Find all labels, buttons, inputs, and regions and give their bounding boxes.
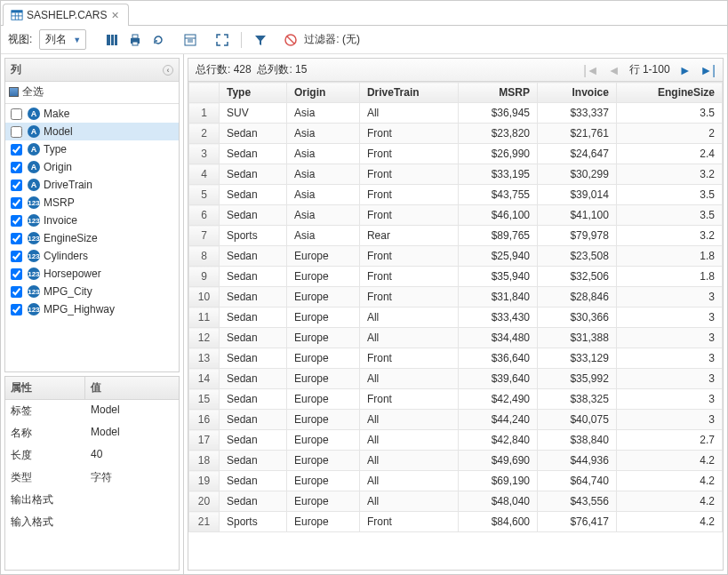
table-row[interactable]: 20SedanEuropeAll$48,040$43,5564.2 xyxy=(189,491,723,512)
table-row[interactable]: 11SedanEuropeAll$33,430$30,3663 xyxy=(189,307,723,328)
cell[interactable]: All xyxy=(359,491,458,512)
column-item[interactable]: DriveTrain xyxy=(5,176,179,194)
column-checkbox[interactable] xyxy=(11,215,22,227)
cell[interactable]: $33,129 xyxy=(538,348,617,369)
cell[interactable]: Europe xyxy=(287,512,360,532)
cell[interactable]: Sedan xyxy=(220,471,287,491)
cell[interactable]: 3 xyxy=(616,369,722,389)
cell[interactable]: 2.4 xyxy=(616,144,722,164)
cell[interactable]: Front xyxy=(359,185,458,205)
cell[interactable]: 1.8 xyxy=(616,246,722,267)
cell[interactable]: Sedan xyxy=(220,144,287,164)
cell[interactable]: $33,430 xyxy=(459,307,538,328)
close-icon[interactable]: ✕ xyxy=(111,10,119,21)
row-number[interactable]: 10 xyxy=(189,287,220,307)
first-page-icon[interactable]: |◄ xyxy=(583,63,599,77)
cell[interactable]: 3 xyxy=(616,307,722,328)
cell[interactable]: Front xyxy=(359,287,458,307)
cell[interactable]: All xyxy=(359,307,458,328)
column-item[interactable]: Cylinders xyxy=(5,247,179,265)
cell[interactable]: $23,820 xyxy=(459,124,538,144)
column-item[interactable]: Invoice xyxy=(5,212,179,229)
cell[interactable]: Europe xyxy=(287,389,360,410)
cell[interactable]: Sedan xyxy=(220,369,287,389)
column-checkbox[interactable] xyxy=(11,144,22,156)
column-checkbox[interactable] xyxy=(11,180,22,191)
table-row[interactable]: 17SedanEuropeAll$42,840$38,8402.7 xyxy=(189,430,723,451)
cell[interactable]: Asia xyxy=(287,185,360,205)
cell[interactable]: 3.5 xyxy=(616,205,722,226)
cell[interactable]: $35,940 xyxy=(459,267,538,287)
print-icon[interactable] xyxy=(125,30,145,50)
cell[interactable]: Asia xyxy=(287,164,360,185)
cell[interactable]: $31,840 xyxy=(459,287,538,307)
cell[interactable]: $39,640 xyxy=(459,369,538,389)
cell[interactable]: $35,992 xyxy=(538,369,617,389)
cell[interactable]: Front xyxy=(359,164,458,185)
columns-list[interactable]: 全选MakeModelTypeOriginDriveTrainMSRPInvoi… xyxy=(5,82,179,371)
cell[interactable]: 2 xyxy=(616,124,722,144)
cell[interactable]: Europe xyxy=(287,287,360,307)
select-all-row[interactable]: 全选 xyxy=(5,82,179,104)
cell[interactable]: Sedan xyxy=(220,267,287,287)
cell[interactable]: Asia xyxy=(287,124,360,144)
cell[interactable]: Front xyxy=(359,246,458,267)
column-item[interactable]: Type xyxy=(5,140,179,158)
row-number[interactable]: 21 xyxy=(189,512,220,532)
cell[interactable]: Sedan xyxy=(220,124,287,144)
cell[interactable]: All xyxy=(359,103,458,124)
table-row[interactable]: 7SportsAsiaRear$89,765$79,9783.2 xyxy=(189,226,723,246)
table-row[interactable]: 6SedanAsiaFront$46,100$41,1003.5 xyxy=(189,205,723,226)
table-row[interactable]: 8SedanEuropeFront$25,940$23,5081.8 xyxy=(189,246,723,267)
column-item[interactable]: MSRP xyxy=(5,194,179,212)
cell[interactable]: 3 xyxy=(616,287,722,307)
cell[interactable]: Sports xyxy=(220,226,287,246)
cell[interactable]: Sedan xyxy=(220,307,287,328)
cell[interactable]: 3.5 xyxy=(616,103,722,124)
column-checkbox[interactable] xyxy=(11,251,22,262)
view-select[interactable]: 列名 ▼ xyxy=(39,29,86,50)
cell[interactable]: $38,840 xyxy=(538,430,617,451)
column-item[interactable]: MPG_Highway xyxy=(5,300,179,318)
table-row[interactable]: 12SedanEuropeAll$34,480$31,3883 xyxy=(189,328,723,348)
prev-page-icon[interactable]: ◄ xyxy=(608,63,620,77)
column-checkbox[interactable] xyxy=(11,162,22,173)
cell[interactable]: $43,556 xyxy=(538,491,617,512)
column-header[interactable]: Origin xyxy=(287,83,360,103)
column-item[interactable]: Model xyxy=(5,123,179,140)
row-number[interactable]: 18 xyxy=(189,451,220,471)
cell[interactable]: $64,740 xyxy=(538,471,617,491)
cell[interactable]: $39,014 xyxy=(538,185,617,205)
row-number[interactable]: 8 xyxy=(189,246,220,267)
cell[interactable]: Rear xyxy=(359,226,458,246)
dataset-tab[interactable]: SASHELP.CARS ✕ xyxy=(3,4,129,26)
cell[interactable]: All xyxy=(359,410,458,430)
cell[interactable]: All xyxy=(359,451,458,471)
cell[interactable]: 2.7 xyxy=(616,430,722,451)
row-number[interactable]: 9 xyxy=(189,267,220,287)
cell[interactable]: Sedan xyxy=(220,328,287,348)
code-icon[interactable] xyxy=(180,30,200,50)
cell[interactable]: Sedan xyxy=(220,410,287,430)
cell[interactable]: $34,480 xyxy=(459,328,538,348)
next-page-icon[interactable]: ► xyxy=(679,63,692,77)
cell[interactable]: 3.2 xyxy=(616,226,722,246)
cell[interactable]: Front xyxy=(359,205,458,226)
cell[interactable]: $28,846 xyxy=(538,287,617,307)
cell[interactable]: Sedan xyxy=(220,246,287,267)
column-checkbox[interactable] xyxy=(11,286,22,298)
cell[interactable]: Front xyxy=(359,389,458,410)
filter-icon[interactable] xyxy=(251,30,270,50)
row-number[interactable]: 12 xyxy=(189,328,220,348)
column-header[interactable]: Type xyxy=(220,83,287,103)
cell[interactable]: Front xyxy=(359,348,458,369)
table-row[interactable]: 2SedanAsiaFront$23,820$21,7612 xyxy=(189,124,723,144)
column-item[interactable]: Make xyxy=(5,105,179,123)
cell[interactable]: Sedan xyxy=(220,164,287,185)
cell[interactable]: All xyxy=(359,369,458,389)
cell[interactable]: $31,388 xyxy=(538,328,617,348)
row-number[interactable]: 5 xyxy=(189,185,220,205)
cell[interactable]: Asia xyxy=(287,144,360,164)
column-header[interactable]: MSRP xyxy=(459,83,538,103)
column-header[interactable]: EngineSize xyxy=(616,83,722,103)
